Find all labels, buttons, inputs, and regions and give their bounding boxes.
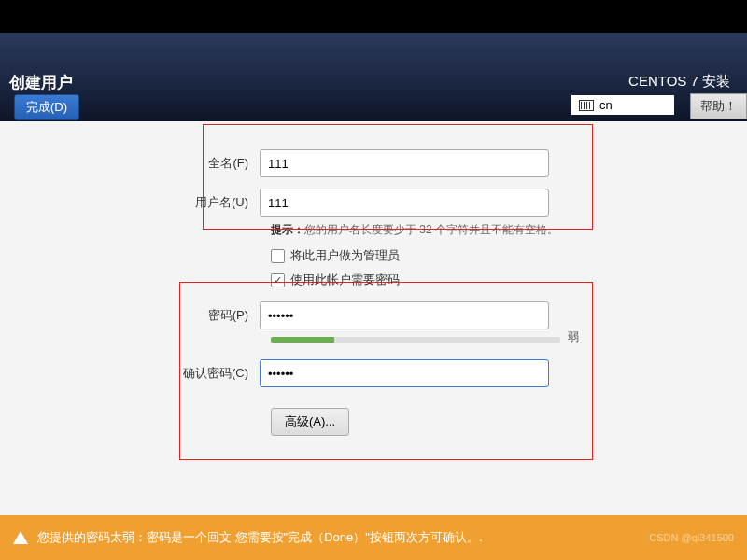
checkbox-checked-icon	[271, 273, 285, 287]
password-input[interactable]	[260, 301, 549, 329]
checkbox-icon	[271, 249, 285, 263]
warning-bar: 您提供的密码太弱：密码是一个回文 您需要按"完成（Done）"按钮两次方可确认。…	[0, 515, 747, 560]
main-form: 全名(F) 用户名(U) 提示：您的用户名长度要少于 32 个字符并且不能有空格…	[0, 121, 747, 548]
password-label: 密码(P)	[0, 307, 260, 324]
username-label: 用户名(U)	[0, 194, 260, 211]
fullname-input[interactable]	[260, 149, 549, 177]
installer-title: CENTOS 7 安装	[628, 73, 730, 91]
require-password-label: 使用此帐户需要密码	[290, 272, 400, 288]
done-button[interactable]: 完成(D)	[14, 94, 79, 120]
admin-checkbox-row[interactable]: 将此用户做为管理员	[271, 247, 747, 264]
confirm-password-label: 确认密码(C)	[0, 365, 260, 382]
keyboard-icon	[579, 100, 594, 111]
confirm-password-input[interactable]	[260, 359, 549, 387]
watermark: CSDN @qi341500	[649, 532, 734, 543]
username-hint: 提示：您的用户名长度要少于 32 个字符并且不能有空格。	[271, 222, 747, 238]
password-strength-bar	[271, 337, 560, 343]
header: 创建用户 完成(D) CENTOS 7 安装 cn 帮助！	[0, 33, 747, 121]
password-strength-label: 弱	[568, 329, 579, 345]
username-input[interactable]	[260, 189, 549, 217]
page-title: 创建用户	[9, 72, 73, 93]
keyboard-lang: cn	[599, 98, 613, 112]
warning-message: 您提供的密码太弱：密码是一个回文 您需要按"完成（Done）"按钮两次方可确认。…	[37, 529, 483, 546]
help-button[interactable]: 帮助！	[690, 93, 747, 119]
keyboard-layout-selector[interactable]: cn	[571, 95, 674, 115]
advanced-button[interactable]: 高级(A)...	[271, 408, 349, 436]
fullname-label: 全名(F)	[0, 155, 260, 172]
warning-icon	[13, 531, 28, 544]
admin-checkbox-label: 将此用户做为管理员	[290, 247, 400, 264]
require-password-checkbox-row[interactable]: 使用此帐户需要密码	[271, 272, 747, 288]
